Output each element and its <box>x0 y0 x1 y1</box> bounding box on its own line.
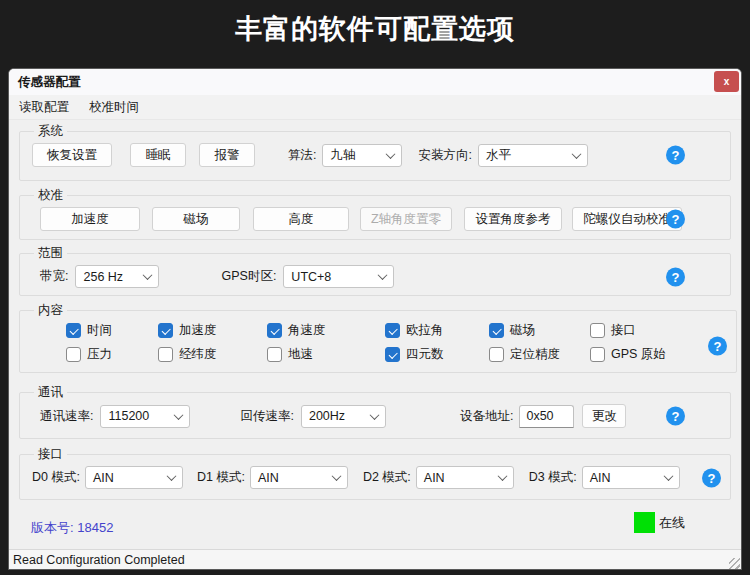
d0-mode-value: AIN <box>93 471 114 485</box>
d1-mode-select[interactable]: AIN <box>250 466 348 489</box>
baud-rate-select[interactable]: 115200 <box>100 405 190 428</box>
calibrate-accel-button[interactable]: 加速度 <box>40 207 140 231</box>
question-glyph: ? <box>672 409 680 424</box>
mount-direction-select[interactable]: 水平 <box>478 144 588 167</box>
help-icon[interactable]: ? <box>708 336 727 355</box>
menu-item-calibrate-time[interactable]: 校准时间 <box>89 99 139 116</box>
page-title: 丰富的软件可配置选项 <box>0 11 750 47</box>
checkbox-item[interactable]: 加速度 <box>158 322 267 339</box>
d0-mode-select[interactable]: AIN <box>85 466 183 489</box>
chevron-down-icon <box>143 270 153 280</box>
checkbox-item[interactable]: 压力 <box>66 346 158 363</box>
chevron-down-icon <box>378 270 388 280</box>
checkbox-item[interactable]: 定位精度 <box>489 346 590 363</box>
restore-settings-button[interactable]: 恢复设置 <box>32 143 112 167</box>
help-icon[interactable]: ? <box>702 468 721 487</box>
checkbox-item[interactable]: GPS 原始 <box>590 346 700 363</box>
checkbox-label: 磁场 <box>510 322 535 339</box>
change-address-button[interactable]: 更改 <box>582 404 626 428</box>
bandwidth-select[interactable]: 256 Hz <box>75 265 159 288</box>
online-indicator-icon <box>634 512 655 533</box>
version-value: 18452 <box>77 520 113 535</box>
checkbox[interactable] <box>489 323 504 338</box>
status-bar: Read Configuration Completed <box>9 549 741 570</box>
chevron-down-icon <box>663 471 673 481</box>
group-comm-label: 通讯 <box>34 384 67 401</box>
checkbox-label: 地速 <box>288 346 313 363</box>
checkbox-item[interactable]: 时间 <box>66 322 158 339</box>
checkbox[interactable] <box>66 323 81 338</box>
checkbox-item[interactable]: 角速度 <box>267 322 385 339</box>
d3-mode-select[interactable]: AIN <box>582 466 680 489</box>
resize-grip-icon[interactable] <box>729 558 740 569</box>
checkbox[interactable] <box>66 347 81 362</box>
gps-timezone-select[interactable]: UTC+8 <box>283 265 394 288</box>
checkbox[interactable] <box>385 323 400 338</box>
checkbox-item[interactable]: 经纬度 <box>158 346 267 363</box>
alarm-button[interactable]: 报警 <box>199 143 255 167</box>
help-icon[interactable]: ? <box>666 267 685 286</box>
checkbox[interactable] <box>267 347 282 362</box>
checkbox-label: 欧拉角 <box>406 322 444 339</box>
question-glyph: ? <box>714 338 722 353</box>
checkbox-label: 四元数 <box>406 346 444 363</box>
device-address-input[interactable] <box>519 405 574 428</box>
window-titlebar[interactable]: 传感器配置 x <box>9 69 741 95</box>
mount-direction-label: 安装方向: <box>418 147 471 164</box>
footer: 版本号: 18452 在线 <box>19 500 731 549</box>
question-glyph: ? <box>672 269 680 284</box>
checkbox[interactable] <box>158 323 173 338</box>
version-label: 版本号: <box>31 520 74 535</box>
sensor-config-window: 传感器配置 x 读取配置 校准时间 系统 恢复设置 睡眠 报警 算法: 九轴 安… <box>8 68 742 570</box>
d1-mode-label: D1 模式: <box>197 469 245 486</box>
group-content: 内容 时间 加速度 角速度 欧拉角 磁场 接口 压力 经纬度 地速 四元数 定位… <box>19 302 737 373</box>
checkbox[interactable] <box>590 347 605 362</box>
sleep-button[interactable]: 睡眠 <box>130 143 186 167</box>
group-range-label: 范围 <box>34 245 67 262</box>
window-title: 传感器配置 <box>18 74 81 91</box>
calibrate-magnetic-button[interactable]: 磁场 <box>152 207 240 231</box>
checkbox[interactable] <box>590 323 605 338</box>
question-glyph: ? <box>708 470 716 485</box>
chevron-down-icon <box>386 149 396 159</box>
checkbox[interactable] <box>267 323 282 338</box>
return-rate-select[interactable]: 200Hz <box>301 405 386 428</box>
window-content: 系统 恢复设置 睡眠 报警 算法: 九轴 安装方向: 水平 ? 校准 <box>9 120 741 549</box>
menu-item-read-config[interactable]: 读取配置 <box>19 99 69 116</box>
checkbox-item[interactable]: 接口 <box>590 322 700 339</box>
checkbox[interactable] <box>158 347 173 362</box>
checkbox-label: GPS 原始 <box>611 346 666 363</box>
chevron-down-icon <box>497 471 507 481</box>
algorithm-value: 九轴 <box>330 147 355 164</box>
checkbox-label: 定位精度 <box>510 346 560 363</box>
menubar: 读取配置 校准时间 <box>9 95 741 120</box>
angle-reference-button[interactable]: 设置角度参考 <box>464 207 562 231</box>
group-range: 范围 带宽: 256 Hz GPS时区: UTC+8 ? <box>19 245 731 296</box>
close-button[interactable]: x <box>714 71 739 92</box>
zaxis-zero-button[interactable]: Z轴角度置零 <box>360 207 452 231</box>
help-icon[interactable]: ? <box>666 407 685 426</box>
chevron-down-icon <box>572 149 582 159</box>
checkbox[interactable] <box>489 347 504 362</box>
checkbox-item[interactable]: 地速 <box>267 346 385 363</box>
calibrate-height-button[interactable]: 高度 <box>253 207 349 231</box>
checkbox-label: 经纬度 <box>179 346 217 363</box>
group-system: 系统 恢复设置 睡眠 报警 算法: 九轴 安装方向: 水平 ? <box>19 123 731 181</box>
gps-timezone-label: GPS时区: <box>221 268 276 285</box>
return-rate-value: 200Hz <box>309 409 345 423</box>
checkbox-item[interactable]: 磁场 <box>489 322 590 339</box>
algorithm-select[interactable]: 九轴 <box>322 144 402 167</box>
checkbox[interactable] <box>385 347 400 362</box>
checkbox-label: 接口 <box>611 322 636 339</box>
checkbox-item[interactable]: 欧拉角 <box>385 322 489 339</box>
help-icon[interactable]: ? <box>666 210 685 229</box>
group-content-label: 内容 <box>34 302 67 319</box>
version-text: 版本号: 18452 <box>31 519 113 537</box>
checkbox-item[interactable]: 四元数 <box>385 346 489 363</box>
bandwidth-label: 带宽: <box>40 268 68 285</box>
help-icon[interactable]: ? <box>666 146 685 165</box>
d3-mode-value: AIN <box>590 471 611 485</box>
group-interface-label: 接口 <box>34 446 67 463</box>
d2-mode-select[interactable]: AIN <box>416 466 514 489</box>
chevron-down-icon <box>166 471 176 481</box>
